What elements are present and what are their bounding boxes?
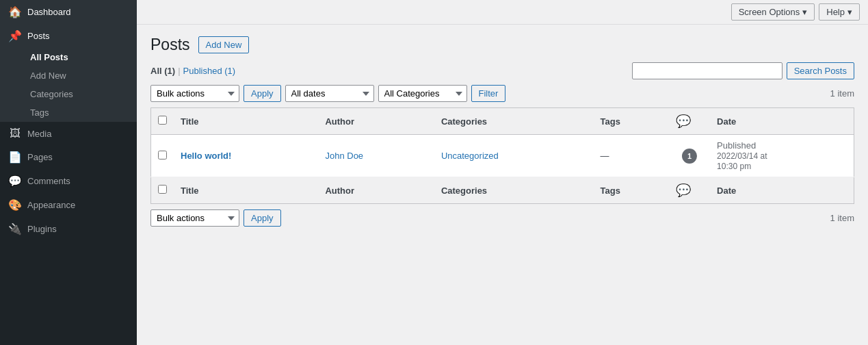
table-row: Hello world! John Doe Uncategorized — 1 [151, 135, 854, 177]
date-value: 2022/03/14 at [717, 151, 767, 161]
sidebar-item-pages[interactable]: 📄 Pages [0, 145, 137, 169]
select-all-checkbox-top[interactable] [158, 116, 167, 125]
th-comments: 💬 [669, 108, 710, 135]
th-comments-bottom: 💬 [669, 177, 710, 204]
th-categories[interactable]: Categories [434, 108, 594, 135]
apply-button-top[interactable]: Apply [244, 85, 281, 102]
item-count-top: 1 item [830, 88, 854, 99]
th-date[interactable]: Date [710, 108, 854, 135]
th-cb-bottom [151, 177, 174, 204]
bulk-actions-select-bottom[interactable]: Bulk actions Edit Move to Trash [150, 209, 239, 227]
plugins-icon: 🔌 [8, 222, 22, 235]
th-tags-bottom[interactable]: Tags [593, 177, 669, 204]
th-categories-bottom[interactable]: Categories [434, 177, 594, 204]
apply-button-bottom[interactable]: Apply [244, 209, 281, 227]
top-actions-bar: Bulk actions Edit Move to Trash Apply Al… [150, 85, 854, 102]
sidebar-item-appearance[interactable]: 🎨 Appearance [0, 193, 137, 217]
table-footer-header-row: Title Author Categories Tags 💬 [151, 177, 854, 204]
sidebar-item-label: Posts [27, 31, 50, 41]
search-input[interactable] [632, 62, 782, 79]
page-title-row: Posts Add New [150, 36, 854, 54]
row-date-cell: Published 2022/03/14 at 10:30 pm [710, 135, 854, 177]
appearance-icon: 🎨 [8, 199, 22, 212]
date-time: 10:30 pm [717, 162, 751, 171]
comments-icon: 💬 [8, 175, 22, 188]
sidebar-item-plugins[interactable]: 🔌 Plugins [0, 217, 137, 241]
bottom-actions-bar: Bulk actions Edit Move to Trash Apply 1 … [150, 209, 854, 227]
th-author-bottom[interactable]: Author [318, 177, 434, 204]
select-all-checkbox-bottom[interactable] [158, 185, 167, 194]
th-tags[interactable]: Tags [593, 108, 669, 135]
th-checkbox [151, 108, 174, 135]
help-button[interactable]: Help ▾ [819, 3, 860, 21]
filter-published-link[interactable]: Published (1) [183, 66, 236, 76]
filter-separator: | [178, 66, 180, 76]
table-body: Hello world! John Doe Uncategorized — 1 [151, 135, 854, 204]
comment-column-icon: 💬 [676, 114, 691, 128]
screen-options-button[interactable]: Screen Options ▾ [731, 3, 815, 21]
all-categories-select[interactable]: All Categories [378, 85, 467, 102]
sidebar: 🏠 Dashboard 📌 Posts All Posts Add New Ca… [0, 0, 137, 345]
sidebar-item-posts[interactable]: 📌 Posts [0, 24, 137, 48]
filter-links: All (1) | Published (1) [150, 66, 235, 76]
row-checkbox[interactable] [158, 151, 167, 159]
posts-table: Title Author Categories Tags 💬 [150, 107, 854, 204]
post-title-link[interactable]: Hello world! [181, 151, 231, 161]
sidebar-item-label: Pages [27, 152, 53, 162]
all-dates-select[interactable]: All dates [285, 85, 374, 102]
th-title[interactable]: Title [174, 108, 318, 135]
sidebar-item-label: Dashboard [27, 7, 71, 17]
row-title-cell: Hello world! [174, 135, 318, 177]
author-link[interactable]: John Doe [325, 151, 363, 161]
row-tags-cell: — [593, 135, 669, 177]
sidebar-subitem-tags[interactable]: Tags [0, 103, 137, 122]
page-title: Posts [150, 36, 190, 54]
chevron-down-icon: ▾ [802, 7, 807, 17]
posts-submenu: All Posts Add New Categories Tags [0, 48, 137, 122]
search-row: Search Posts [632, 62, 854, 79]
pages-icon: 📄 [8, 151, 22, 164]
main-content: Screen Options ▾ Help ▾ Posts Add New Al… [137, 0, 868, 345]
row-categories-cell: Uncategorized [434, 135, 594, 177]
sidebar-item-label: Appearance [27, 200, 75, 210]
sidebar-item-comments[interactable]: 💬 Comments [0, 169, 137, 193]
comment-count-badge[interactable]: 1 [682, 149, 697, 164]
add-new-button[interactable]: Add New [198, 36, 250, 53]
sidebar-item-label: Comments [27, 176, 70, 186]
row-comments-cell: 1 [669, 135, 710, 177]
filter-all-link[interactable]: All (1) [150, 66, 175, 76]
sidebar-subitem-categories[interactable]: Categories [0, 85, 137, 103]
content-area: Posts Add New All (1) | Published (1) Se… [137, 25, 868, 345]
media-icon: 🖼 [8, 127, 22, 140]
item-count-bottom: 1 item [830, 213, 854, 223]
comment-column-icon-bottom: 💬 [676, 183, 691, 197]
search-posts-button[interactable]: Search Posts [787, 62, 854, 79]
chevron-down-icon: ▾ [847, 7, 852, 17]
sidebar-item-label: Media [27, 129, 51, 139]
th-date-bottom[interactable]: Date [710, 177, 854, 204]
sidebar-subitem-add-new[interactable]: Add New [0, 66, 137, 85]
dashboard-icon: 🏠 [8, 5, 22, 18]
bulk-actions-select-top[interactable]: Bulk actions Edit Move to Trash [150, 85, 239, 102]
row-checkbox-cell [151, 135, 174, 177]
row-author-cell: John Doe [318, 135, 434, 177]
sidebar-item-media[interactable]: 🖼 Media [0, 122, 137, 145]
sidebar-subitem-all-posts[interactable]: All Posts [0, 48, 137, 66]
posts-icon: 📌 [8, 29, 22, 42]
table-header-row: Title Author Categories Tags 💬 [151, 108, 854, 135]
filter-row: All (1) | Published (1) Search Posts [150, 62, 854, 79]
sidebar-item-dashboard[interactable]: 🏠 Dashboard [0, 0, 137, 24]
date-status: Published [717, 140, 756, 151]
th-title-bottom[interactable]: Title [174, 177, 318, 204]
sidebar-item-label: Plugins [27, 224, 57, 234]
filter-button[interactable]: Filter [471, 85, 506, 102]
th-author[interactable]: Author [318, 108, 434, 135]
topbar: Screen Options ▾ Help ▾ [137, 0, 868, 25]
category-link[interactable]: Uncategorized [441, 151, 499, 161]
